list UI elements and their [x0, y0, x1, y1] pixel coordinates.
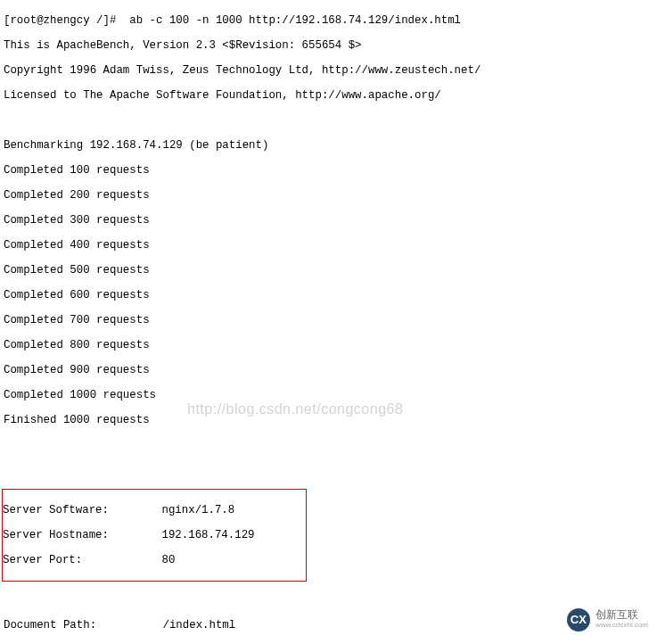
server-port: Server Port: 80	[3, 554, 306, 566]
document-path: Document Path: /index.html	[4, 619, 653, 632]
logo-badge-icon: CX	[567, 608, 590, 632]
footer-logo: CX 创新互联 www.cdcxhl.com	[567, 608, 648, 632]
blank-line	[4, 594, 653, 607]
header-line: Licensed to The Apache Software Foundati…	[4, 89, 653, 102]
progress-line: Completed 900 requests	[4, 364, 653, 376]
blank-line	[4, 439, 653, 451]
progress-line: Completed 1000 requests	[4, 389, 653, 401]
progress-line: Finished 1000 requests	[4, 414, 653, 426]
progress-line: Completed 100 requests	[4, 164, 653, 177]
benchmarking-line: Benchmarking 192.168.74.129 (be patient)	[4, 139, 653, 152]
progress-line: Completed 500 requests	[4, 264, 653, 277]
server-software: Server Software: nginx/1.7.8	[3, 504, 306, 516]
progress-line: Completed 200 requests	[4, 189, 653, 202]
progress-line: Completed 300 requests	[4, 214, 653, 227]
progress-line: Completed 700 requests	[4, 314, 653, 326]
header-line: This is ApacheBench, Version 2.3 <$Revis…	[4, 39, 653, 52]
progress-line: Completed 400 requests	[4, 239, 653, 252]
progress-line: Completed 600 requests	[4, 289, 653, 301]
header-line: Copyright 1996 Adam Twiss, Zeus Technolo…	[4, 64, 653, 77]
server-hostname: Server Hostname: 192.168.74.129	[3, 529, 306, 541]
blank-line	[4, 464, 653, 476]
server-info-box: Server Software: nginx/1.7.8 Server Host…	[2, 489, 307, 582]
terminal-output: [root@zhengcy /]# ab -c 100 -n 1000 http…	[0, 0, 657, 644]
logo-subtext: www.cdcxhl.com	[595, 619, 648, 632]
progress-line: Completed 800 requests	[4, 339, 653, 351]
command-line: [root@zhengcy /]# ab -c 100 -n 1000 http…	[4, 14, 653, 27]
blank-line	[4, 114, 653, 127]
